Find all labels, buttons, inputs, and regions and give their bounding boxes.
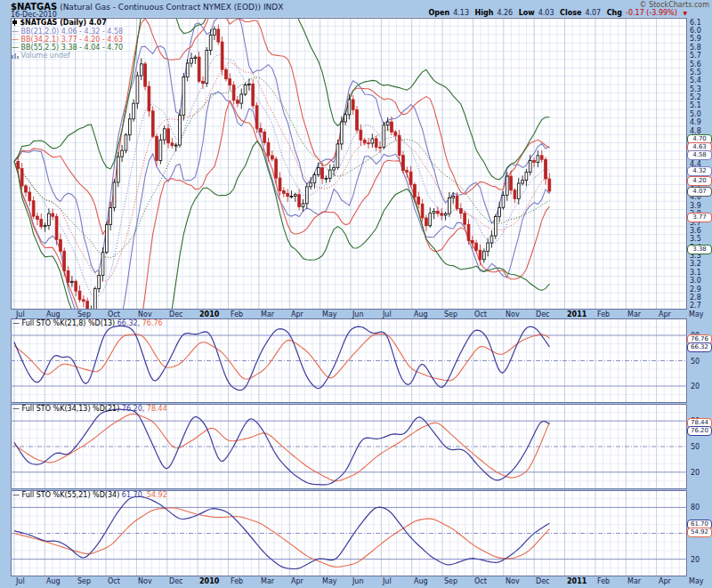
- sto2-dash-icon: —: [12, 405, 20, 413]
- month-label: May: [689, 310, 704, 318]
- price-tick-label: 3.9: [690, 202, 711, 210]
- month-label: May: [322, 577, 337, 585]
- month-label: Nov: [138, 577, 152, 585]
- month-label: Sep: [444, 577, 457, 585]
- price-tick-label: 5.0: [690, 110, 711, 118]
- close-value: 4.07: [585, 9, 601, 17]
- month-label: Jul: [16, 577, 25, 585]
- price-tick-label: 3.2: [690, 260, 711, 268]
- month-label: Oct: [474, 577, 487, 585]
- open-label: Open: [429, 9, 450, 17]
- value-bubble: 66.32: [687, 342, 712, 352]
- chart-date: 16-Dec-2010: [11, 11, 57, 19]
- sto-tick-label: 20: [691, 383, 710, 391]
- month-label: Feb: [597, 310, 610, 318]
- month-label: Jul: [383, 577, 392, 585]
- chart-frame: $NATGAS (Natural Gas - Continuous Contra…: [0, 0, 712, 588]
- month-label: Mar: [261, 310, 274, 318]
- sto3-k-value: 61.70,: [122, 491, 144, 499]
- price-tick-label: 5.7: [690, 52, 711, 60]
- month-label: Feb: [231, 577, 243, 585]
- month-label: Oct: [474, 310, 487, 318]
- sto-tick-label: 50: [691, 443, 710, 451]
- price-tick-label: 6.1: [690, 19, 711, 27]
- price-tick-label: 5.4: [690, 77, 711, 85]
- month-label: Mar: [261, 577, 274, 585]
- month-label: Mar: [627, 577, 641, 585]
- price-tick-label: 3.0: [690, 277, 711, 285]
- price-tick-label: 4.9: [690, 118, 711, 126]
- month-label: May: [689, 577, 704, 585]
- price-tick-label: 5.9: [690, 35, 711, 43]
- month-label: Apr: [659, 310, 671, 318]
- bb55-dash-icon: —: [12, 44, 19, 52]
- month-label: Feb: [231, 310, 243, 318]
- main-legend: $NATGAS (Daily) 4.07 — BB(21,2.0) 4.06 -…: [12, 19, 123, 60]
- legend-bb55-label: BB(55,2.5) 3.38 - 4.04 - 4.70: [21, 44, 124, 52]
- legend-volume: Volume undef: [12, 52, 123, 60]
- month-label: Aug: [46, 310, 61, 318]
- month-label: Jul: [383, 310, 392, 318]
- change-down-icon: ▼: [683, 10, 687, 16]
- month-label: Mar: [627, 310, 641, 318]
- sto3-legend: — Full STO %K(55,21) %D(34) 61.70, 54.92: [12, 491, 167, 499]
- sto-tick-label: 20: [691, 556, 710, 564]
- month-label: Jul: [16, 310, 25, 318]
- sto1-d-value: 76.76: [142, 319, 163, 327]
- value-bubble: 4.07: [687, 187, 712, 197]
- legend-bb21-label: BB(21,2.0) 4.06 - 4.32 - 4.58: [21, 28, 124, 36]
- month-label: Sep: [77, 577, 91, 585]
- low-label: Low: [519, 9, 535, 17]
- price-tick-label: 5.6: [690, 60, 711, 68]
- legend-bb55: — BB(55,2.5) 3.38 - 4.04 - 4.70: [12, 44, 123, 52]
- price-tick-label: 5.5: [690, 68, 711, 77]
- month-label: 2010: [199, 310, 219, 318]
- sto1-dash-icon: —: [12, 319, 20, 327]
- chg-label: Chg: [607, 9, 622, 17]
- sto3-dash-icon: —: [12, 491, 20, 499]
- month-label: Aug: [414, 310, 428, 318]
- title-rest: (Natural Gas - Continuous Contract NYMEX…: [57, 3, 283, 12]
- value-bubble: 54.92: [687, 528, 712, 537]
- high-value: 4.26: [497, 9, 513, 17]
- month-label: Sep: [444, 310, 457, 318]
- legend-bb34-label: BB(34,2.1) 3.77 - 4.20 - 4.63: [21, 36, 124, 44]
- sto2-k-value: 76.20,: [122, 405, 144, 413]
- price-tick-label: 3.6: [690, 227, 711, 235]
- chg-value: -0.17 (-3.99%): [626, 9, 677, 17]
- month-label: Dec: [536, 310, 549, 318]
- price-tick-label: 2.7: [690, 302, 711, 310]
- copyright: © StockCharts.com: [640, 1, 709, 9]
- price-tick-label: 2.9: [690, 286, 711, 294]
- month-label: Sep: [77, 310, 91, 318]
- price-tick-label: 6.0: [690, 27, 711, 35]
- month-label: 2011: [567, 310, 587, 318]
- high-label: High: [475, 9, 494, 17]
- legend-price: $NATGAS (Daily) 4.07: [12, 19, 123, 28]
- legend-volume-label: Volume undef: [21, 52, 70, 60]
- legend-bb21: — BB(21,2.0) 4.06 - 4.32 - 4.58: [12, 28, 123, 36]
- sto1-name: Full STO %K(21,8) %D(13): [22, 319, 116, 327]
- sto2-name: Full STO %K(34,13) %D(21): [22, 405, 120, 413]
- month-label: Apr: [659, 577, 671, 585]
- quote-line: Open4.13 High4.26 Low4.03 Close4.07 Chg-…: [425, 9, 688, 17]
- month-label: 2010: [199, 577, 219, 585]
- bb34-dash-icon: —: [12, 36, 19, 44]
- sto-tick-label: 50: [691, 358, 710, 366]
- month-label: Feb: [597, 577, 610, 585]
- month-label: Apr: [291, 310, 303, 318]
- value-bubble: 4.20: [687, 176, 712, 186]
- value-bubble: 3.77: [687, 213, 712, 222]
- month-label: Aug: [46, 577, 61, 585]
- month-label: 2011: [567, 577, 587, 585]
- volume-bars-icon: [12, 52, 19, 60]
- legend-bb34: — BB(34,2.1) 3.77 - 4.20 - 4.63: [12, 36, 123, 44]
- price-tick-label: 5.1: [690, 101, 711, 109]
- sto1-legend: — Full STO %K(21,8) %D(13) 66.32, 76.76: [12, 319, 163, 327]
- month-label: Nov: [506, 310, 520, 318]
- month-label: Dec: [169, 310, 182, 318]
- value-bubble: 4.32: [687, 166, 712, 176]
- month-label: Oct: [108, 310, 120, 318]
- month-label: Oct: [108, 577, 120, 585]
- value-bubble: 4.58: [687, 150, 712, 160]
